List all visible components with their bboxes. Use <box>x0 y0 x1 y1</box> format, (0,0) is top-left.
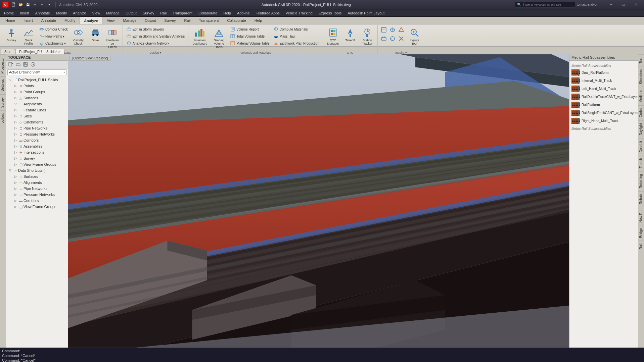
icon-btn-2[interactable] <box>388 26 397 34</box>
prospector-tab[interactable]: Prospector <box>0 54 6 76</box>
edit-storm-sanitary-button[interactable]: Edit in Storm and Sanitary Analysis <box>125 33 186 40</box>
menu-item-vehicle-tracking[interactable]: Vehicle Tracking <box>283 10 315 16</box>
menu-item-add-ins[interactable]: Add-ins <box>234 10 252 16</box>
tab-start[interactable]: Start <box>1 49 15 54</box>
minimize-button[interactable]: ─ <box>605 1 617 8</box>
close-button[interactable]: ✕ <box>630 1 642 8</box>
tree-item-corridors[interactable]: ▷▬Corridors <box>6 137 68 143</box>
icon-btn-1[interactable] <box>380 26 388 34</box>
sub-item-right_hand_multi[interactable]: Right_Hand_Multi_Track <box>569 117 638 125</box>
right-side-tab-text[interactable]: Text <box>638 54 644 66</box>
tree-expander-pressure_networks[interactable]: ▷ <box>13 133 18 136</box>
tree-expander-ds_pipe_networks[interactable]: ▷ <box>13 187 18 190</box>
analyze-gravity-button[interactable]: Analyze Gravity Network <box>125 40 186 47</box>
tree-expander-assemblies[interactable]: ▷ <box>13 145 18 148</box>
tree-item-point_groups[interactable]: ▷⊕Point Groups <box>6 89 68 95</box>
edit-storm-button[interactable]: Edit in Storm Sewers <box>125 26 186 33</box>
tree-expander-catchments[interactable]: ▷ <box>13 120 18 124</box>
right-side-tab-medians[interactable]: Medians <box>638 87 644 105</box>
sub-item-left_hand_multi[interactable]: Left_Hand_Multi_Track <box>569 85 638 93</box>
survey-button[interactable]: Survey <box>3 26 19 45</box>
tree-expander-railproject[interactable]: ▽ <box>7 78 13 82</box>
station-tracker-button[interactable]: Station Tracker <box>359 26 375 47</box>
flow-paths-button[interactable]: Flow Paths ▾ <box>38 33 69 40</box>
ribbon-tab-transparent[interactable]: Transparent <box>195 17 223 24</box>
menu-item-insert[interactable]: Insert <box>17 10 32 16</box>
menu-item-modify[interactable]: Modify <box>53 10 70 16</box>
tree-expander-view_frame_groups[interactable]: ▷ <box>13 163 18 166</box>
tree-expander-ds_surfaces[interactable]: ▷ <box>13 175 18 178</box>
volumes-dashboard-button[interactable]: Volumes Dashboard <box>190 26 209 47</box>
restore-button[interactable]: □ <box>617 1 630 8</box>
menu-item-annotate[interactable]: Annotate <box>33 10 53 16</box>
tree-item-feature_lines[interactable]: ▷~Feature Lines <box>6 107 68 113</box>
ribbon-tab-output[interactable]: Output <box>141 17 160 24</box>
tree-expander-ds_corridors[interactable]: ▷ <box>13 199 18 202</box>
tree-expander-feature_lines[interactable]: ▷ <box>13 108 18 112</box>
ribbon-tab-view[interactable]: View <box>103 17 119 24</box>
menu-item-home[interactable]: Home <box>1 10 16 16</box>
volume-report-button[interactable]: Volume Report <box>229 26 271 33</box>
redo-button[interactable]: ↪ <box>39 2 45 8</box>
qto-manager-button[interactable]: QTO Manager <box>325 26 341 47</box>
ribbon-tab-rail[interactable]: Rail <box>180 17 195 24</box>
tree-expander-survey[interactable]: ▷ <box>13 157 18 160</box>
tab-close-icon[interactable]: ✕ <box>58 50 61 54</box>
tree-expander-ds_view_frame_groups[interactable]: ▷ <box>13 205 18 208</box>
ribbon-tab-home[interactable]: Home <box>1 17 19 24</box>
catchments-button[interactable]: Catchments ▾ <box>38 40 69 47</box>
ribbon-tab-collaborate[interactable]: Collaborate <box>223 17 250 24</box>
save-file-button[interactable]: 💾 <box>25 2 31 8</box>
right-side-tab-rail[interactable]: Rail <box>638 241 644 252</box>
ts-save-button[interactable] <box>22 61 29 67</box>
tree-item-ds_corridors[interactable]: ▷▬Corridors <box>6 198 68 204</box>
survey-side-tab[interactable]: Survey <box>0 94 6 110</box>
right-side-tab-shoulders[interactable]: Shoulders <box>638 66 644 87</box>
menu-item-manage[interactable]: Manage <box>103 10 122 16</box>
tree-expander-points[interactable]: ▷ <box>13 84 18 88</box>
menu-item-express-tools[interactable]: Express Tools <box>316 10 344 16</box>
ribbon-tab-modify[interactable]: Modify <box>60 17 79 24</box>
ribbon-tab-help[interactable]: Help <box>250 17 266 24</box>
ribbon-tab-annotate[interactable]: Annotate <box>37 17 60 24</box>
tree-item-intersections[interactable]: ▷✛Intersections <box>6 149 68 155</box>
tree-expander-intersections[interactable]: ▷ <box>13 151 18 154</box>
tree-expander-pipe_networks[interactable]: ▷ <box>13 126 18 130</box>
tree-item-catchments[interactable]: ▷◇Catchments <box>6 119 68 125</box>
right-side-tab-daylight[interactable]: Daylight <box>638 120 644 138</box>
material-volume-table-button[interactable]: Material Volume Table <box>229 40 271 47</box>
tree-expander-corridors[interactable]: ▷ <box>13 139 18 142</box>
interference-check-button[interactable]: InterferenceCheck <box>104 26 121 50</box>
icon-btn-4[interactable] <box>380 35 388 43</box>
tab-project[interactable]: RailProject_FULL Solids* ✕ <box>15 49 64 54</box>
icon-btn-6[interactable] <box>397 35 405 43</box>
icon-btn-3[interactable] <box>397 26 405 34</box>
tree-item-survey[interactable]: ▷⊙Survey <box>6 155 68 161</box>
contour-check-button[interactable]: Contour Check <box>38 26 69 33</box>
search-input[interactable] <box>522 3 573 6</box>
tree-expander-data_shortcuts[interactable]: ▽ <box>7 169 13 172</box>
tree-item-surfaces[interactable]: ▷△Surfaces <box>6 95 68 101</box>
tree-item-pipe_networks[interactable]: ▷⊏Pipe Networks <box>6 125 68 131</box>
tree-item-points[interactable]: ▷⊕Points <box>6 83 68 89</box>
tree-item-sites[interactable]: ▷□Sites <box>6 113 68 119</box>
tree-item-assemblies[interactable]: ▷⊞Assemblies <box>6 143 68 149</box>
quick-profile-button[interactable]: QuickProfile <box>20 26 37 47</box>
tree-item-ds_view_frame_groups[interactable]: ▷▢View Frame Groups <box>6 204 68 210</box>
sub-item-dual_rail[interactable]: Dual_RailPlatform <box>569 68 638 76</box>
menu-item-featured-apps[interactable]: Featured Apps <box>253 10 282 16</box>
ts-new-button[interactable] <box>7 61 14 67</box>
new-file-button[interactable] <box>11 2 17 8</box>
menu-item-analyze[interactable]: Analyze <box>70 10 89 16</box>
takeoff-button[interactable]: Takeoff <box>342 26 358 45</box>
sub-item-internal_multi[interactable]: Internal_Multi_Track <box>569 76 638 85</box>
undo-button[interactable]: ↩ <box>32 2 38 8</box>
menu-item-autodesk-point-layout[interactable]: Autodesk Point Layout <box>345 10 387 16</box>
tree-item-pressure_networks[interactable]: ▷⊏Pressure Networks <box>6 131 68 137</box>
icon-btn-5[interactable]: i <box>388 35 397 43</box>
ribbon-tab-insert[interactable]: Insert <box>19 17 37 24</box>
toolbox-tab[interactable]: Toolbox <box>0 110 6 127</box>
menu-item-output[interactable]: Output <box>123 10 139 16</box>
right-side-tab-curbs[interactable]: Curbs <box>638 105 644 120</box>
inquiry-tool-button[interactable]: Inquiry Tool <box>406 26 422 47</box>
